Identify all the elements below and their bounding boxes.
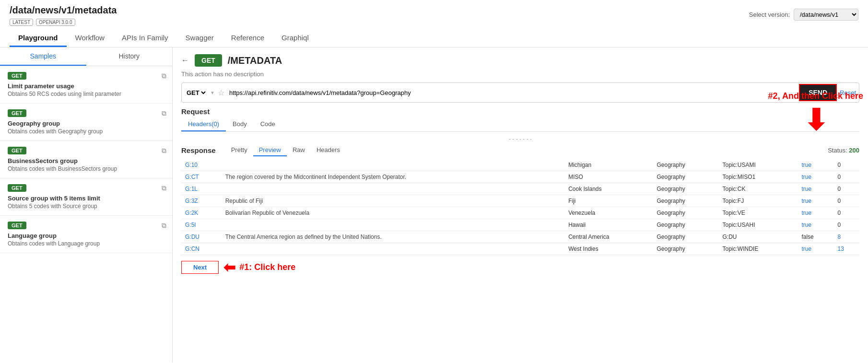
table-row: G:CN West Indies Geography Topic:WINDIE …: [181, 243, 859, 255]
sidebar: Samples History GET ⧉ Limit parameter us…: [0, 47, 173, 363]
item-desc-2: Obtains codes with BusinessSectors group: [8, 165, 164, 172]
row-group: Geography: [653, 195, 718, 207]
row-code[interactable]: G:CN: [181, 243, 222, 255]
sidebar-item-4: GET ⧉ Language group Obtains codes with …: [0, 216, 172, 253]
item-desc-3: Obtains 5 codes with Source group: [8, 203, 164, 210]
resp-tab-headers[interactable]: Headers: [311, 144, 346, 156]
drag-handle: - - - - - - -: [181, 136, 859, 142]
row-desc: [222, 219, 565, 231]
copy-icon-2[interactable]: ⧉: [162, 147, 166, 155]
row-code[interactable]: G:5I: [181, 219, 222, 231]
row-count: 0: [834, 195, 859, 207]
row-code[interactable]: G:3Z: [181, 195, 222, 207]
row-name: Venezuela: [564, 207, 653, 219]
arrow-left-icon: ⬅: [223, 259, 235, 276]
row-count[interactable]: 8: [834, 231, 859, 243]
content-area: #2, And then Click here ⬇ ← GET /METADAT…: [173, 47, 868, 363]
row-desc: Republic of Fiji: [222, 195, 565, 207]
item-title-2[interactable]: BusinessSectors group: [8, 157, 164, 164]
row-desc: The Central America region as defined by…: [222, 231, 565, 243]
item-desc-1: Obtains codes with Geography group: [8, 128, 164, 135]
row-code[interactable]: G:2K: [181, 207, 222, 219]
version-label: Select version:: [749, 11, 790, 18]
row-active[interactable]: true: [798, 243, 833, 255]
method-select[interactable]: GET: [185, 89, 207, 97]
row-topic: Topic:WINDIE: [719, 243, 798, 255]
endpoint-method-badge: GET: [195, 54, 222, 67]
row-code[interactable]: G:10: [181, 159, 222, 171]
tab-playground[interactable]: Playground: [10, 30, 67, 47]
item-title-4[interactable]: Language group: [8, 232, 164, 239]
back-button[interactable]: ←: [181, 56, 189, 65]
row-topic: Topic:CK: [719, 183, 798, 195]
row-name: Cook Islands: [564, 183, 653, 195]
table-row: G:DU The Central America region as defin…: [181, 231, 859, 243]
response-header-row: Response Pretty Preview Raw Headers Stat…: [181, 144, 859, 156]
row-group: Geography: [653, 171, 718, 183]
row-code[interactable]: G:DU: [181, 231, 222, 243]
item-title-3[interactable]: Source group with 5 items limit: [8, 195, 164, 202]
row-code[interactable]: G:CT: [181, 171, 222, 183]
table-row: G:CT The region covered by the Midcontin…: [181, 171, 859, 183]
click-annotation: ⬅ #1: Click here: [223, 259, 295, 276]
row-group: Geography: [653, 183, 718, 195]
resp-tab-raw[interactable]: Raw: [287, 144, 311, 156]
table-row: G:5I Hawaii Geography Topic:USAHI true 0: [181, 219, 859, 231]
item-desc-0: Obtains 50 RCS codes using limit paramet…: [8, 91, 164, 97]
method-badge-1: GET: [8, 109, 26, 117]
req-tab-body[interactable]: Body: [226, 117, 254, 131]
resp-tab-preview[interactable]: Preview: [253, 144, 287, 156]
row-count[interactable]: 13: [834, 243, 859, 255]
row-group: Geography: [653, 243, 718, 255]
row-active[interactable]: true: [798, 159, 833, 171]
copy-icon-4[interactable]: ⧉: [162, 222, 166, 230]
row-group: Geography: [653, 219, 718, 231]
star-icon[interactable]: ☆: [218, 88, 224, 97]
tab-apis-in-family[interactable]: APIs In Family: [113, 30, 177, 47]
item-title-1[interactable]: Geography group: [8, 120, 164, 127]
response-tabs: Pretty Preview Raw Headers: [225, 144, 346, 156]
sidebar-tab-samples[interactable]: Samples: [0, 47, 86, 66]
row-active[interactable]: true: [798, 195, 833, 207]
annotation-top: #2, And then Click here ⬇: [768, 91, 863, 139]
tab-workflow[interactable]: Workflow: [67, 30, 113, 47]
tab-swagger[interactable]: Swagger: [177, 30, 223, 47]
req-tab-headers[interactable]: Headers(0): [181, 117, 226, 131]
row-topic: Topic:USAHI: [719, 219, 798, 231]
response-table-container: G:10 Michigan Geography Topic:USAMI true…: [181, 159, 859, 280]
sidebar-tab-history[interactable]: History: [86, 47, 173, 66]
row-name: West Indies: [564, 243, 653, 255]
next-button-row: Next ⬅ #1: Click here: [181, 255, 859, 280]
row-active[interactable]: true: [798, 171, 833, 183]
row-topic: G:DU: [719, 231, 798, 243]
next-button[interactable]: Next: [181, 261, 219, 274]
version-select[interactable]: /data/news/v1: [794, 9, 858, 21]
table-row: G:1L Cook Islands Geography Topic:CK tru…: [181, 183, 859, 195]
row-active[interactable]: true: [798, 207, 833, 219]
copy-icon-1[interactable]: ⧉: [162, 109, 166, 117]
request-tabs: Headers(0) Body Code: [181, 117, 859, 132]
row-desc: [222, 183, 565, 195]
tab-graphiql[interactable]: Graphiql: [273, 30, 317, 47]
row-topic: Topic:USAMI: [719, 159, 798, 171]
content-header: ← GET /METADATA: [181, 54, 859, 67]
resp-tab-pretty[interactable]: Pretty: [225, 144, 253, 156]
copy-icon-0[interactable]: ⧉: [162, 72, 166, 80]
row-code[interactable]: G:1L: [181, 183, 222, 195]
row-name: Central America: [564, 231, 653, 243]
row-count: 0: [834, 159, 859, 171]
req-tab-code[interactable]: Code: [254, 117, 282, 131]
row-desc: The region covered by the Midcontinent I…: [222, 171, 565, 183]
row-desc: Bolivarian Republic of Venezuela: [222, 207, 565, 219]
arrow-down-icon: ⬇: [768, 102, 863, 139]
url-input[interactable]: [227, 87, 796, 98]
row-active[interactable]: true: [798, 219, 833, 231]
item-title-0[interactable]: Limit parameter usage: [8, 82, 164, 90]
endpoint-path: /METADATA: [228, 55, 282, 66]
row-active: false: [798, 231, 833, 243]
copy-icon-3[interactable]: ⧉: [162, 184, 166, 192]
response-table: G:10 Michigan Geography Topic:USAMI true…: [181, 159, 859, 255]
tab-reference[interactable]: Reference: [223, 30, 273, 47]
url-bar: GET ▼ ☆ SEND Reset: [181, 82, 859, 103]
row-active[interactable]: true: [798, 183, 833, 195]
